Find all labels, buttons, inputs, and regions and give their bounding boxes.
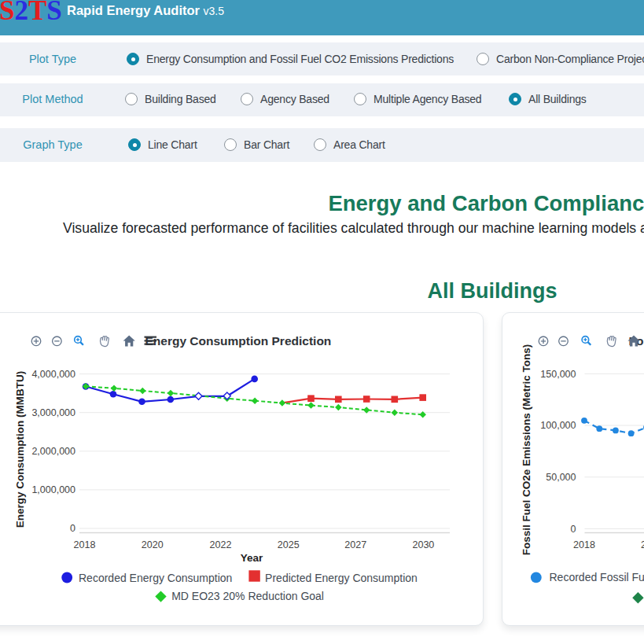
svg-text:Year: Year (241, 552, 263, 564)
svg-text:Energy Consumption (MMBTU): Energy Consumption (MMBTU) (14, 371, 26, 528)
svg-text:Recorded Energy Consumption: Recorded Energy Consumption (79, 572, 232, 584)
svg-text:2,000,000: 2,000,000 (31, 446, 75, 457)
svg-text:2030: 2030 (412, 539, 434, 550)
svg-text:0: 0 (571, 524, 576, 535)
svg-text:2027: 2027 (344, 539, 366, 550)
svg-text:100,000: 100,000 (540, 420, 576, 431)
svg-text:3,000,000: 3,000,000 (31, 407, 75, 418)
svg-text:2025: 2025 (278, 539, 300, 550)
svg-text:Predicted Energy Consumption: Predicted Energy Consumption (265, 572, 418, 584)
svg-text:150,000: 150,000 (540, 369, 576, 380)
svg-text:2018: 2018 (74, 539, 96, 550)
svg-text:2022: 2022 (210, 539, 232, 550)
svg-text:4,000,000: 4,000,000 (31, 369, 75, 380)
svg-text:Recorded Fossil Fuel CO2e Emis: Recorded Fossil Fuel CO2e Emissions (550, 571, 644, 583)
svg-text:2018: 2018 (573, 539, 595, 550)
svg-text:50,000: 50,000 (546, 472, 576, 483)
svg-text:Energy Consumption Prediction: Energy Consumption Prediction (145, 334, 332, 348)
svg-text:2020: 2020 (142, 539, 164, 550)
svg-text:1,000,000: 1,000,000 (31, 484, 75, 495)
svg-text:MD EO23 20% Reduction Goal: MD EO23 20% Reduction Goal (171, 590, 324, 602)
svg-text:Fossil Fuel CO2e Emissions (Me: Fossil Fuel CO2e Emissions (Metric Tons) (521, 344, 532, 555)
svg-text:0: 0 (70, 523, 75, 534)
svg-text:2020: 2020 (641, 539, 644, 550)
